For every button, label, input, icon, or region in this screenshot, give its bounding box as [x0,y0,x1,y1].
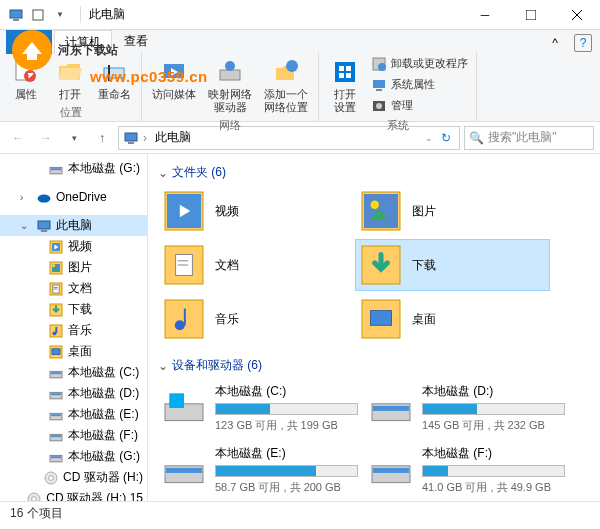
ribbon-help-icon[interactable]: ? [574,34,592,52]
sidebar-item-8[interactable]: 桌面 [0,341,147,362]
drive-icon [48,407,64,423]
breadcrumb[interactable]: 此电脑 [151,129,195,146]
close-button[interactable] [554,0,600,30]
sidebar-item-1[interactable]: ›OneDrive [0,187,147,207]
folder-item-desktop[interactable]: 桌面 [355,293,550,345]
svg-rect-55 [51,372,61,374]
sidebar-item-label: 本地磁盘 (C:) [68,364,139,381]
sidebar-item-9[interactable]: 本地磁盘 (C:) [0,362,147,383]
search-icon: 🔍 [469,131,484,145]
help-button[interactable]: ^ [546,34,564,52]
refresh-button[interactable]: ↻ [437,131,455,145]
drive-item-1[interactable]: 本地磁盘 (D:)145 GB 可用 , 共 232 GB [365,378,570,438]
titlebar: ▼ 此电脑 ─ [0,0,600,30]
section-folders[interactable]: ⌄文件夹 (6) [158,160,590,185]
group-system-label: 系统 [387,116,409,133]
svg-rect-16 [220,70,240,80]
open-settings-button[interactable]: 打开 设置 [325,54,365,116]
svg-point-25 [378,63,386,71]
svg-point-18 [286,60,298,72]
osdrive-icon [163,387,205,429]
forward-button[interactable]: → [34,126,58,150]
minimize-button[interactable]: ─ [462,0,508,30]
tab-view[interactable]: 查看 [114,30,158,54]
sidebar-item-10[interactable]: 本地磁盘 (D:) [0,383,147,404]
svg-point-29 [376,103,382,109]
sidebar-item-label: 此电脑 [56,217,92,234]
section-drives[interactable]: ⌄设备和驱动器 (6) [158,353,590,378]
tree-toggle-icon[interactable]: › [20,192,32,203]
sidebar-item-13[interactable]: 本地磁盘 (G:) [0,446,147,467]
sidebar-item-5[interactable]: 文档 [0,278,147,299]
manage-button[interactable]: 管理 [369,96,470,116]
sidebar-item-3[interactable]: 视频 [0,236,147,257]
rename-button[interactable]: 重命名 [94,54,135,103]
sidebar-item-4[interactable]: 图片 [0,257,147,278]
folder-item-documents[interactable]: 文档 [158,239,353,291]
recent-dropdown[interactable]: ▾ [62,126,86,150]
folder-item-downloads[interactable]: 下载 [355,239,550,291]
tree-toggle-icon[interactable]: ⌄ [20,220,32,231]
manage-icon [371,98,387,114]
drive-icon [370,449,412,491]
search-input[interactable]: 🔍 搜索"此电脑" [464,126,594,150]
access-media-button[interactable]: 访问媒体 [148,54,200,103]
sidebar-item-7[interactable]: 音乐 [0,320,147,341]
add-location-button[interactable]: 添加一个 网络位置 [260,54,312,116]
properties-button[interactable]: 属性 [6,54,46,103]
video-icon [163,190,205,232]
svg-rect-57 [51,393,61,395]
folder-item-pictures[interactable]: 图片 [355,185,550,237]
svg-rect-27 [376,89,382,91]
qat-icon[interactable] [30,7,46,23]
content-area[interactable]: ⌄文件夹 (6) 视频图片文档下载音乐桌面 ⌄设备和驱动器 (6) 本地磁盘 (… [148,154,600,501]
qat-dropdown-icon[interactable]: ▼ [52,7,68,23]
sidebar-item-12[interactable]: 本地磁盘 (F:) [0,425,147,446]
chevron-down-icon: ⌄ [158,166,168,180]
drive-icon [48,161,64,177]
sidebar-item-2[interactable]: ⌄此电脑 [0,215,147,236]
open-button[interactable]: 打开 [50,54,90,103]
svg-rect-21 [346,66,351,71]
sidebar-item-15[interactable]: CD 驱动器 (H:) 15 [0,488,147,501]
sidebar-item-14[interactable]: CD 驱动器 (H:) [0,467,147,488]
tab-computer[interactable]: 计算机 [54,30,112,54]
folder-item-video[interactable]: 视频 [158,185,353,237]
window-title: 此电脑 [80,6,125,23]
map-drive-button[interactable]: 映射网络 驱动器 [204,54,256,116]
maximize-button[interactable] [508,0,554,30]
rename-icon [99,56,131,88]
sidebar[interactable]: 本地磁盘 (G:)›OneDrive⌄此电脑视频图片文档下载音乐桌面本地磁盘 (… [0,154,148,501]
svg-rect-20 [339,66,344,71]
sidebar-item-label: OneDrive [56,190,107,204]
drive-name: 本地磁盘 (D:) [422,383,565,400]
folder-label: 文档 [215,257,239,274]
sysprops-button[interactable]: 系统属性 [369,75,470,95]
svg-rect-0 [10,10,22,18]
drive-item-0[interactable]: 本地磁盘 (C:)123 GB 可用 , 共 199 GB [158,378,363,438]
uninstall-button[interactable]: 卸载或更改程序 [369,54,470,74]
svg-rect-1 [13,19,19,21]
tab-file[interactable]: 文件 [6,30,52,54]
svg-rect-89 [169,393,184,408]
folder-item-music[interactable]: 音乐 [158,293,353,345]
desktop-icon [48,344,64,360]
sidebar-item-label: 视频 [68,238,92,255]
sidebar-item-11[interactable]: 本地磁盘 (E:) [0,404,147,425]
back-button[interactable]: ← [6,126,30,150]
sidebar-item-label: 音乐 [68,322,92,339]
address-box[interactable]: › 此电脑 ⌄ ↻ [118,126,460,150]
svg-rect-31 [128,142,134,144]
drive-item-3[interactable]: 本地磁盘 (F:)41.0 GB 可用 , 共 49.9 GB [365,440,570,500]
pc-icon [123,130,139,146]
folder-label: 视频 [215,203,239,220]
up-button[interactable]: ↑ [90,126,114,150]
drive-icon [48,386,64,402]
sidebar-item-label: 本地磁盘 (G:) [68,448,140,465]
drive-item-2[interactable]: 本地磁盘 (E:)58.7 GB 可用 , 共 200 GB [158,440,363,500]
sidebar-item-0[interactable]: 本地磁盘 (G:) [0,158,147,179]
svg-rect-12 [104,68,124,78]
svg-rect-87 [371,311,392,326]
sidebar-item-6[interactable]: 下载 [0,299,147,320]
drive-usage-bar [422,465,565,477]
